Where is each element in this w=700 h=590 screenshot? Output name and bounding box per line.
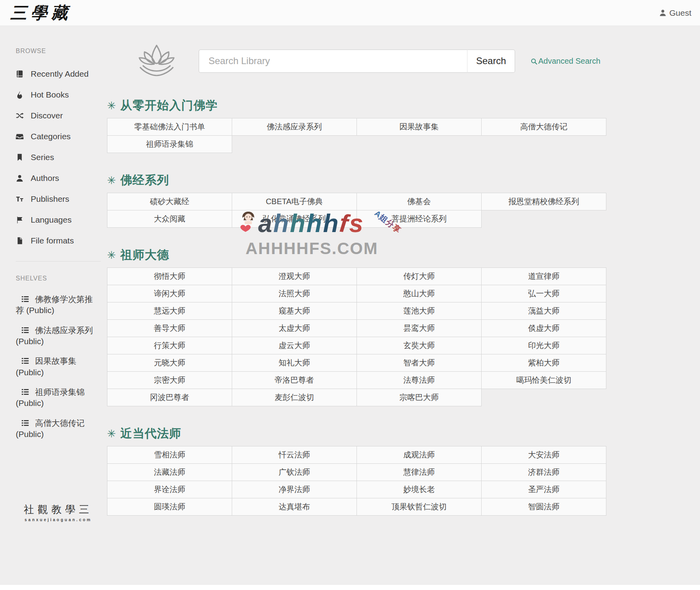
section-cell-link[interactable]: 澄观大师 bbox=[279, 272, 310, 280]
section-cell-link[interactable]: 佛基会 bbox=[407, 197, 431, 206]
section-cell-link[interactable]: 智者大师 bbox=[403, 358, 435, 367]
section-cell-link[interactable]: 净界法师 bbox=[279, 485, 310, 494]
section-cell-link[interactable]: 善导大师 bbox=[154, 324, 185, 332]
section-cell-link[interactable]: 蕅益大师 bbox=[528, 306, 560, 315]
section-cell-link[interactable]: 冈波巴尊者 bbox=[150, 393, 189, 402]
section-cell-link[interactable]: 祖师语录集锦 bbox=[146, 140, 193, 148]
shelf-item[interactable]: 佛教修学次第推荐 (Public) bbox=[16, 294, 101, 316]
section-cell-link[interactable]: 法藏法师 bbox=[154, 468, 185, 476]
section-cell-link[interactable]: CBETA电子佛典 bbox=[266, 197, 323, 206]
section-cell-link[interactable]: 大安法师 bbox=[528, 450, 560, 459]
section-cell-link[interactable]: 憨山大师 bbox=[403, 289, 435, 298]
section-cell-link[interactable]: 法照大师 bbox=[279, 289, 310, 298]
table-cell: 雪相法师 bbox=[107, 446, 232, 464]
section-cell-link[interactable]: 玄奘大师 bbox=[403, 341, 435, 350]
advanced-search-link[interactable]: Advanced Search bbox=[531, 57, 600, 66]
section-cell-link[interactable]: 圆瑛法师 bbox=[154, 502, 185, 511]
table-cell: 慧律法师 bbox=[357, 464, 482, 481]
section-cell-link[interactable]: 行策大师 bbox=[154, 341, 185, 350]
section-cell-link[interactable]: 忏云法师 bbox=[279, 450, 310, 459]
section-cell-link[interactable]: 传灯大师 bbox=[403, 272, 435, 280]
section-cell-link[interactable]: 菩提洲经论系列 bbox=[392, 214, 447, 223]
section-cell-link[interactable]: 法尊法师 bbox=[403, 376, 435, 384]
sidebar-item-discover[interactable]: Discover bbox=[16, 105, 101, 126]
app-logo[interactable]: 三學藏 bbox=[10, 5, 72, 21]
section-cell-link[interactable]: 界诠法师 bbox=[154, 485, 185, 494]
section-cell-link[interactable]: 谛闲大师 bbox=[154, 289, 185, 298]
sidebar-item-series[interactable]: Series bbox=[16, 147, 101, 168]
table-row: 圆瑛法师达真堪布顶果钦哲仁波切智圆法师 bbox=[107, 498, 606, 516]
section-cell-link[interactable]: 雪相法师 bbox=[154, 450, 185, 459]
section-cell-link[interactable]: 高僧大德传记 bbox=[520, 122, 567, 131]
table-cell: 冈波巴尊者 bbox=[107, 389, 232, 406]
table-cell: CBETA电子佛典 bbox=[232, 193, 357, 210]
table-cell: 达真堪布 bbox=[232, 498, 357, 516]
browse-header: BROWSE bbox=[16, 48, 101, 55]
section-cell-link[interactable]: 印光大师 bbox=[528, 341, 560, 350]
table-cell: 法尊法师 bbox=[357, 372, 482, 389]
table-row: 雪相法师忏云法师成观法师大安法师 bbox=[107, 446, 606, 464]
section-cell-link[interactable]: 宗密大师 bbox=[154, 376, 185, 384]
section-cell-link[interactable]: 噶玛恰美仁波切 bbox=[516, 376, 571, 384]
section-cell-link[interactable]: 顶果钦哲仁波切 bbox=[392, 502, 447, 511]
table-cell: 碛砂大藏经 bbox=[107, 193, 232, 210]
table-row: 界诠法师净界法师妙境长老圣严法师 bbox=[107, 481, 606, 498]
section-cell-link[interactable]: 昙鸾大师 bbox=[403, 324, 435, 332]
section-cell-link[interactable]: 智圆法师 bbox=[528, 502, 560, 511]
shelf-item[interactable]: 佛法感应录系列 (Public) bbox=[16, 325, 101, 347]
section-cell-link[interactable]: 碛砂大藏经 bbox=[150, 197, 189, 206]
sidebar-item-categories[interactable]: Categories bbox=[16, 126, 101, 147]
page-body: BROWSE Recently AddedHot BooksDiscoverCa… bbox=[0, 26, 700, 590]
table-cell: 虚云大师 bbox=[232, 337, 357, 354]
search-icon bbox=[531, 58, 537, 65]
sidebar-item-hot-books[interactable]: Hot Books bbox=[16, 84, 101, 105]
shelf-item[interactable]: 高僧大德传记 (Public) bbox=[16, 418, 101, 440]
section-cell-link[interactable]: 慧律法师 bbox=[403, 468, 435, 476]
shelf-item[interactable]: 祖师语录集锦 (Public) bbox=[16, 387, 101, 409]
section-cell-link[interactable]: 弘一大师 bbox=[528, 289, 560, 298]
section-cell-link[interactable]: 佛法感应录系列 bbox=[267, 122, 322, 131]
section-cell-link[interactable]: 麦彭仁波切 bbox=[275, 393, 314, 402]
search-button[interactable]: Search bbox=[467, 50, 515, 73]
section-cell-link[interactable]: 大众阅藏 bbox=[154, 214, 185, 223]
sidebar-item-authors[interactable]: Authors bbox=[16, 168, 101, 188]
sidebar-item-languages[interactable]: Languages bbox=[16, 209, 101, 230]
table-cell: 弘一大师 bbox=[482, 285, 606, 302]
section-cell-link[interactable]: 元晓大师 bbox=[154, 358, 185, 367]
section-cell-link[interactable]: 莲池大师 bbox=[403, 306, 435, 315]
book-icon bbox=[16, 70, 24, 78]
section-cell-link[interactable]: 宗喀巴大师 bbox=[399, 393, 439, 402]
sections-container: ✳从零开始入门佛学零基础佛法入门书单佛法感应录系列因果故事集高僧大德传记祖师语录… bbox=[107, 97, 606, 516]
sidebar-item-recently-added[interactable]: Recently Added bbox=[16, 63, 101, 84]
section-cell-link[interactable]: 倓虚大师 bbox=[528, 324, 560, 332]
sidebar-item-publishers[interactable]: Publishers bbox=[16, 188, 101, 209]
section-cell-link[interactable]: 圣严法师 bbox=[528, 485, 560, 494]
sidebar-item-file-formats[interactable]: File formats bbox=[16, 230, 101, 251]
lotus-logo-icon bbox=[131, 44, 182, 78]
section-cell-link[interactable]: 帝洛巴尊者 bbox=[275, 376, 314, 384]
section-cell-link[interactable]: 太虚大师 bbox=[279, 324, 310, 332]
table-cell: 弘化常诵佛经系列 bbox=[232, 210, 357, 228]
section-cell-link[interactable]: 成观法师 bbox=[403, 450, 435, 459]
section-cell-link[interactable]: 道宣律师 bbox=[528, 272, 560, 280]
section-cell-link[interactable]: 零基础佛法入门书单 bbox=[134, 122, 205, 131]
section-cell-link[interactable]: 慧远大师 bbox=[154, 306, 185, 315]
section-cell-link[interactable]: 报恩堂精校佛经系列 bbox=[508, 197, 579, 206]
section-cell-link[interactable]: 济群法师 bbox=[528, 468, 560, 476]
section-cell-link[interactable]: 虚云大师 bbox=[279, 341, 310, 350]
user-menu[interactable]: Guest bbox=[659, 8, 691, 18]
section-cell-link[interactable]: 广钦法师 bbox=[279, 468, 310, 476]
section-cell-link[interactable]: 因果故事集 bbox=[399, 122, 439, 131]
user-label: Guest bbox=[669, 8, 691, 18]
section-cell-link[interactable]: 知礼大师 bbox=[279, 358, 310, 367]
section-cell-link[interactable]: 紫柏大师 bbox=[528, 358, 560, 367]
section-cell-link[interactable]: 彻悟大师 bbox=[154, 272, 185, 280]
section-cell-link[interactable]: 弘化常诵佛经系列 bbox=[263, 214, 326, 223]
table-row: 大众阅藏弘化常诵佛经系列菩提洲经论系列 bbox=[107, 210, 606, 228]
search-input[interactable] bbox=[199, 50, 467, 73]
section-cell-link[interactable]: 窥基大师 bbox=[279, 306, 310, 315]
shelf-item[interactable]: 因果故事集 (Public) bbox=[16, 356, 101, 378]
section-cell-link[interactable]: 达真堪布 bbox=[279, 502, 310, 511]
table-cell: 济群法师 bbox=[482, 464, 606, 481]
section-cell-link[interactable]: 妙境长老 bbox=[403, 485, 435, 494]
